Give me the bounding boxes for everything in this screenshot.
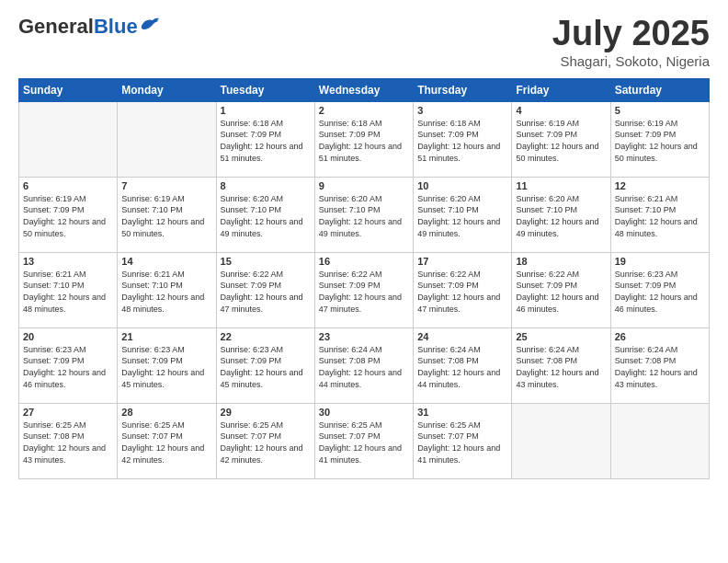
calendar-cell: 6Sunrise: 6:19 AM Sunset: 7:09 PM Daylig…: [19, 177, 118, 252]
day-info: Sunrise: 6:22 AM Sunset: 7:09 PM Dayligh…: [221, 269, 311, 315]
calendar-cell: 9Sunrise: 6:20 AM Sunset: 7:10 PM Daylig…: [314, 177, 413, 252]
day-number: 16: [319, 256, 409, 267]
day-number: 20: [23, 331, 113, 342]
calendar-cell: 1Sunrise: 6:18 AM Sunset: 7:09 PM Daylig…: [216, 101, 314, 177]
weekday-header-monday: Monday: [118, 78, 216, 101]
weekday-header-wednesday: Wednesday: [314, 78, 413, 101]
calendar-cell: [19, 101, 118, 177]
calendar-week-5: 27Sunrise: 6:25 AM Sunset: 7:08 PM Dayli…: [19, 403, 710, 478]
calendar-cell: 28Sunrise: 6:25 AM Sunset: 7:07 PM Dayli…: [118, 403, 216, 478]
calendar-cell: [610, 403, 709, 478]
weekday-header-tuesday: Tuesday: [216, 78, 314, 101]
day-info: Sunrise: 6:23 AM Sunset: 7:09 PM Dayligh…: [615, 269, 705, 315]
day-info: Sunrise: 6:23 AM Sunset: 7:09 PM Dayligh…: [121, 344, 211, 390]
logo-bird-icon: [140, 17, 160, 33]
weekday-header-sunday: Sunday: [19, 78, 118, 101]
calendar-cell: 8Sunrise: 6:20 AM Sunset: 7:10 PM Daylig…: [216, 177, 314, 252]
day-info: Sunrise: 6:19 AM Sunset: 7:09 PM Dayligh…: [615, 118, 705, 164]
calendar-week-1: 1Sunrise: 6:18 AM Sunset: 7:09 PM Daylig…: [19, 101, 710, 177]
day-info: Sunrise: 6:19 AM Sunset: 7:09 PM Dayligh…: [23, 193, 113, 239]
day-number: 6: [23, 180, 113, 191]
calendar-cell: 10Sunrise: 6:20 AM Sunset: 7:10 PM Dayli…: [414, 177, 512, 252]
day-number: 11: [516, 180, 606, 191]
day-info: Sunrise: 6:23 AM Sunset: 7:09 PM Dayligh…: [23, 344, 113, 390]
day-info: Sunrise: 6:25 AM Sunset: 7:07 PM Dayligh…: [417, 419, 507, 465]
calendar-cell: 22Sunrise: 6:23 AM Sunset: 7:09 PM Dayli…: [216, 327, 314, 403]
day-info: Sunrise: 6:19 AM Sunset: 7:09 PM Dayligh…: [516, 118, 606, 164]
day-number: 19: [615, 256, 705, 267]
day-number: 17: [417, 256, 507, 267]
day-info: Sunrise: 6:25 AM Sunset: 7:07 PM Dayligh…: [221, 419, 311, 465]
calendar-cell: 20Sunrise: 6:23 AM Sunset: 7:09 PM Dayli…: [19, 327, 118, 403]
calendar-cell: [118, 101, 216, 177]
calendar-cell: 25Sunrise: 6:24 AM Sunset: 7:08 PM Dayli…: [512, 327, 610, 403]
calendar-cell: 26Sunrise: 6:24 AM Sunset: 7:08 PM Dayli…: [610, 327, 709, 403]
calendar-cell: 11Sunrise: 6:20 AM Sunset: 7:10 PM Dayli…: [512, 177, 610, 252]
day-number: 29: [221, 407, 311, 418]
calendar-cell: [512, 403, 610, 478]
day-number: 31: [417, 407, 507, 418]
day-info: Sunrise: 6:24 AM Sunset: 7:08 PM Dayligh…: [615, 344, 705, 390]
day-info: Sunrise: 6:21 AM Sunset: 7:10 PM Dayligh…: [615, 193, 705, 239]
location: Shagari, Sokoto, Nigeria: [552, 53, 710, 69]
day-number: 14: [121, 256, 211, 267]
day-info: Sunrise: 6:24 AM Sunset: 7:08 PM Dayligh…: [319, 344, 409, 390]
calendar-week-3: 13Sunrise: 6:21 AM Sunset: 7:10 PM Dayli…: [19, 252, 710, 327]
calendar-week-2: 6Sunrise: 6:19 AM Sunset: 7:09 PM Daylig…: [19, 177, 710, 252]
day-info: Sunrise: 6:18 AM Sunset: 7:09 PM Dayligh…: [221, 118, 311, 164]
day-number: 24: [417, 331, 507, 342]
day-info: Sunrise: 6:18 AM Sunset: 7:09 PM Dayligh…: [417, 118, 507, 164]
day-info: Sunrise: 6:21 AM Sunset: 7:10 PM Dayligh…: [121, 269, 211, 315]
calendar-table: SundayMondayTuesdayWednesdayThursdayFrid…: [18, 78, 710, 479]
day-info: Sunrise: 6:22 AM Sunset: 7:09 PM Dayligh…: [516, 269, 606, 315]
calendar-cell: 12Sunrise: 6:21 AM Sunset: 7:10 PM Dayli…: [610, 177, 709, 252]
day-info: Sunrise: 6:21 AM Sunset: 7:10 PM Dayligh…: [23, 269, 113, 315]
month-title: July 2025: [552, 15, 710, 53]
weekday-header-thursday: Thursday: [414, 78, 512, 101]
calendar-cell: 2Sunrise: 6:18 AM Sunset: 7:09 PM Daylig…: [314, 101, 413, 177]
day-info: Sunrise: 6:25 AM Sunset: 7:07 PM Dayligh…: [121, 419, 211, 465]
day-number: 2: [319, 105, 409, 116]
calendar-cell: 27Sunrise: 6:25 AM Sunset: 7:08 PM Dayli…: [19, 403, 118, 478]
calendar-cell: 24Sunrise: 6:24 AM Sunset: 7:08 PM Dayli…: [414, 327, 512, 403]
day-number: 18: [516, 256, 606, 267]
day-number: 27: [23, 407, 113, 418]
calendar-cell: 30Sunrise: 6:25 AM Sunset: 7:07 PM Dayli…: [314, 403, 413, 478]
day-number: 23: [319, 331, 409, 342]
day-info: Sunrise: 6:19 AM Sunset: 7:10 PM Dayligh…: [121, 193, 211, 239]
logo-text: GeneralBlue: [18, 15, 138, 39]
day-number: 26: [615, 331, 705, 342]
day-number: 15: [221, 256, 311, 267]
day-number: 8: [221, 180, 311, 191]
day-info: Sunrise: 6:18 AM Sunset: 7:09 PM Dayligh…: [319, 118, 409, 164]
day-number: 28: [121, 407, 211, 418]
day-number: 7: [121, 180, 211, 191]
day-info: Sunrise: 6:20 AM Sunset: 7:10 PM Dayligh…: [516, 193, 606, 239]
calendar-cell: 5Sunrise: 6:19 AM Sunset: 7:09 PM Daylig…: [610, 101, 709, 177]
day-number: 4: [516, 105, 606, 116]
day-number: 21: [121, 331, 211, 342]
day-info: Sunrise: 6:22 AM Sunset: 7:09 PM Dayligh…: [319, 269, 409, 315]
weekday-header-row: SundayMondayTuesdayWednesdayThursdayFrid…: [19, 78, 710, 101]
calendar-cell: 23Sunrise: 6:24 AM Sunset: 7:08 PM Dayli…: [314, 327, 413, 403]
day-number: 3: [417, 105, 507, 116]
calendar-cell: 19Sunrise: 6:23 AM Sunset: 7:09 PM Dayli…: [610, 252, 709, 327]
day-info: Sunrise: 6:25 AM Sunset: 7:08 PM Dayligh…: [23, 419, 113, 465]
day-info: Sunrise: 6:24 AM Sunset: 7:08 PM Dayligh…: [417, 344, 507, 390]
calendar-cell: 17Sunrise: 6:22 AM Sunset: 7:09 PM Dayli…: [414, 252, 512, 327]
day-info: Sunrise: 6:22 AM Sunset: 7:09 PM Dayligh…: [417, 269, 507, 315]
weekday-header-friday: Friday: [512, 78, 610, 101]
day-info: Sunrise: 6:24 AM Sunset: 7:08 PM Dayligh…: [516, 344, 606, 390]
day-number: 10: [417, 180, 507, 191]
day-info: Sunrise: 6:25 AM Sunset: 7:07 PM Dayligh…: [319, 419, 409, 465]
day-info: Sunrise: 6:20 AM Sunset: 7:10 PM Dayligh…: [319, 193, 409, 239]
calendar-cell: 13Sunrise: 6:21 AM Sunset: 7:10 PM Dayli…: [19, 252, 118, 327]
day-number: 9: [319, 180, 409, 191]
calendar-cell: 15Sunrise: 6:22 AM Sunset: 7:09 PM Dayli…: [216, 252, 314, 327]
calendar-cell: 18Sunrise: 6:22 AM Sunset: 7:09 PM Dayli…: [512, 252, 610, 327]
logo-blue: Blue: [94, 15, 138, 38]
day-info: Sunrise: 6:23 AM Sunset: 7:09 PM Dayligh…: [221, 344, 311, 390]
weekday-header-saturday: Saturday: [610, 78, 709, 101]
calendar-cell: 16Sunrise: 6:22 AM Sunset: 7:09 PM Dayli…: [314, 252, 413, 327]
day-number: 22: [221, 331, 311, 342]
